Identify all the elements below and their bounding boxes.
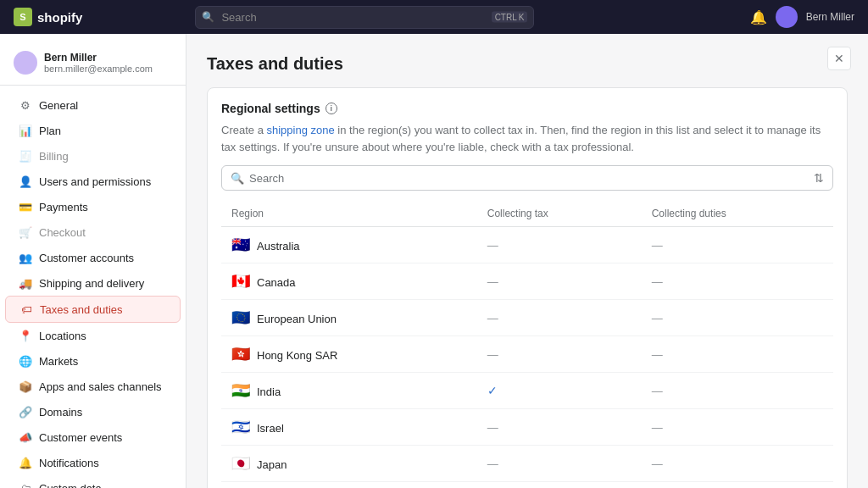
app-layout: Bern Miller bern.miller@example.com ⚙ Ge… bbox=[0, 34, 868, 488]
collecting-duties-cell: — bbox=[642, 336, 833, 373]
page-title: Taxes and duties bbox=[207, 54, 848, 74]
shopify-logo: S shopify bbox=[14, 8, 82, 26]
notifications-icon: 🔔 bbox=[19, 456, 32, 469]
close-button[interactable]: ✕ bbox=[827, 47, 851, 70]
customer-events-icon: 📣 bbox=[19, 430, 32, 444]
users-icon: 👤 bbox=[19, 175, 32, 188]
sidebar-user-name: Bern Miller bbox=[44, 52, 153, 64]
collecting-tax-cell: — bbox=[477, 227, 642, 263]
table-row[interactable]: 🇪🇺European Union—— bbox=[221, 300, 833, 336]
keyboard-shortcut: CTRL K bbox=[492, 12, 528, 23]
sidebar-label: General bbox=[39, 99, 78, 112]
search-icon: 🔍 bbox=[231, 172, 244, 185]
table-row[interactable]: 🇲🇾Malaysia—— bbox=[221, 482, 833, 489]
table-row[interactable]: 🇮🇳India✓— bbox=[221, 373, 833, 409]
region-search-input[interactable] bbox=[249, 172, 809, 185]
table-row[interactable]: 🇨🇦Canada—— bbox=[221, 263, 833, 300]
sidebar-item-payments[interactable]: 💳 Payments bbox=[5, 194, 181, 219]
collecting-duties-column-header: Collecting duties bbox=[642, 201, 833, 227]
username-label: Bern Miller bbox=[806, 11, 854, 23]
region-name-cell: 🇮🇳India bbox=[221, 373, 477, 409]
sidebar-label: Locations bbox=[39, 330, 86, 342]
plan-icon: 📊 bbox=[19, 124, 32, 137]
shopify-bag-icon: S bbox=[14, 8, 32, 26]
collecting-tax-cell: ✓ bbox=[477, 373, 642, 409]
sidebar-item-locations[interactable]: 📍 Locations bbox=[5, 323, 181, 348]
collecting-tax-cell: — bbox=[477, 300, 642, 336]
section-title: Regional settings i bbox=[221, 102, 833, 115]
sidebar-item-checkout: 🛒 Checkout bbox=[5, 219, 181, 245]
checkout-icon: 🛒 bbox=[19, 225, 32, 239]
region-table: Region Collecting tax Collecting duties … bbox=[221, 201, 833, 488]
sidebar-label: Markets bbox=[39, 355, 78, 368]
sidebar-user-info: Bern Miller bern.miller@example.com bbox=[44, 52, 153, 74]
table-row[interactable]: 🇦🇺Australia—— bbox=[221, 227, 833, 263]
region-search-bar: 🔍 ⇅ bbox=[221, 165, 833, 191]
sidebar-item-shipping[interactable]: 🚚 Shipping and delivery bbox=[5, 270, 181, 296]
collecting-tax-cell: — bbox=[477, 409, 642, 446]
table-row[interactable]: 🇯🇵Japan—— bbox=[221, 446, 833, 482]
sidebar-user-header: Bern Miller bern.miller@example.com bbox=[0, 44, 186, 86]
markets-icon: 🌐 bbox=[19, 354, 32, 368]
sidebar-item-taxes[interactable]: 🏷 Taxes and duties bbox=[5, 296, 181, 323]
collecting-tax-column-header: Collecting tax bbox=[477, 201, 642, 227]
sidebar-item-customer-events[interactable]: 📣 Customer events bbox=[5, 424, 181, 450]
sidebar-label: Customer accounts bbox=[39, 252, 134, 264]
general-icon: ⚙ bbox=[19, 98, 32, 112]
customer-accounts-icon: 👥 bbox=[19, 251, 32, 264]
collecting-duties-cell: — bbox=[642, 300, 833, 336]
sidebar-label: Plan bbox=[39, 125, 61, 137]
sidebar-item-billing: 🧾 Billing bbox=[5, 143, 181, 169]
description: Create a shipping zone in the region(s) … bbox=[221, 122, 833, 155]
global-search[interactable]: 🔍 CTRL K bbox=[195, 6, 534, 29]
search-input[interactable] bbox=[195, 6, 534, 29]
region-name-cell: 🇭🇰Hong Kong SAR bbox=[221, 336, 477, 373]
shipping-icon: 🚚 bbox=[19, 276, 32, 290]
locations-icon: 📍 bbox=[19, 329, 32, 342]
table-row[interactable]: 🇮🇱Israel—— bbox=[221, 409, 833, 446]
sidebar-label: Notifications bbox=[39, 457, 99, 469]
domains-icon: 🔗 bbox=[19, 405, 32, 419]
sidebar-item-general[interactable]: ⚙ General bbox=[5, 92, 181, 118]
region-name-cell: 🇦🇺Australia bbox=[221, 227, 477, 263]
billing-icon: 🧾 bbox=[19, 149, 32, 163]
sidebar-item-notifications[interactable]: 🔔 Notifications bbox=[5, 450, 181, 475]
collecting-duties-cell: — bbox=[642, 409, 833, 446]
table-row[interactable]: 🇭🇰Hong Kong SAR—— bbox=[221, 336, 833, 373]
collecting-duties-cell: — bbox=[642, 227, 833, 263]
sidebar-item-apps-sales[interactable]: 📦 Apps and sales channels bbox=[5, 374, 181, 399]
sidebar-item-customer-accounts[interactable]: 👥 Customer accounts bbox=[5, 245, 181, 270]
collecting-duties-cell: — bbox=[642, 373, 833, 409]
bell-icon[interactable]: 🔔 bbox=[750, 9, 767, 25]
shipping-zone-link[interactable]: shipping zone bbox=[266, 124, 334, 136]
sidebar-label: Custom data bbox=[39, 482, 102, 489]
sidebar-label: Users and permissions bbox=[39, 175, 151, 188]
regional-settings-card: Regional settings i Create a shipping zo… bbox=[207, 87, 848, 488]
sidebar-label: Customer events bbox=[39, 431, 122, 444]
sidebar: Bern Miller bern.miller@example.com ⚙ Ge… bbox=[0, 34, 186, 488]
sidebar-item-domains[interactable]: 🔗 Domains bbox=[5, 399, 181, 424]
region-name-cell: 🇯🇵Japan bbox=[221, 446, 477, 482]
region-name-cell: 🇪🇺European Union bbox=[221, 300, 477, 336]
region-name-cell: 🇮🇱Israel bbox=[221, 409, 477, 446]
sort-button[interactable]: ⇅ bbox=[814, 171, 824, 185]
sidebar-label: Taxes and duties bbox=[40, 303, 123, 316]
main-content: Taxes and duties Regional settings i Cre… bbox=[186, 34, 868, 488]
sidebar-item-plan[interactable]: 📊 Plan bbox=[5, 118, 181, 143]
sidebar-label: Domains bbox=[39, 406, 82, 419]
sidebar-item-markets[interactable]: 🌐 Markets bbox=[5, 348, 181, 374]
sidebar-label: Shipping and delivery bbox=[39, 277, 144, 290]
user-avatar[interactable] bbox=[776, 6, 798, 28]
info-icon[interactable]: i bbox=[326, 103, 337, 114]
taxes-icon: 🏷 bbox=[19, 302, 33, 316]
sidebar-item-custom-data[interactable]: 🗂 Custom data bbox=[5, 475, 181, 488]
collecting-duties-cell: — bbox=[642, 263, 833, 300]
region-name-cell: 🇨🇦Canada bbox=[221, 263, 477, 300]
sidebar-item-users[interactable]: 👤 Users and permissions bbox=[5, 169, 181, 194]
collecting-duties-cell: — bbox=[642, 446, 833, 482]
apps-sales-icon: 📦 bbox=[19, 380, 32, 393]
region-column-header: Region bbox=[221, 201, 477, 227]
sidebar-label: Apps and sales channels bbox=[39, 380, 162, 393]
collecting-tax-cell: — bbox=[477, 482, 642, 489]
card-section: Regional settings i Create a shipping zo… bbox=[208, 88, 847, 488]
